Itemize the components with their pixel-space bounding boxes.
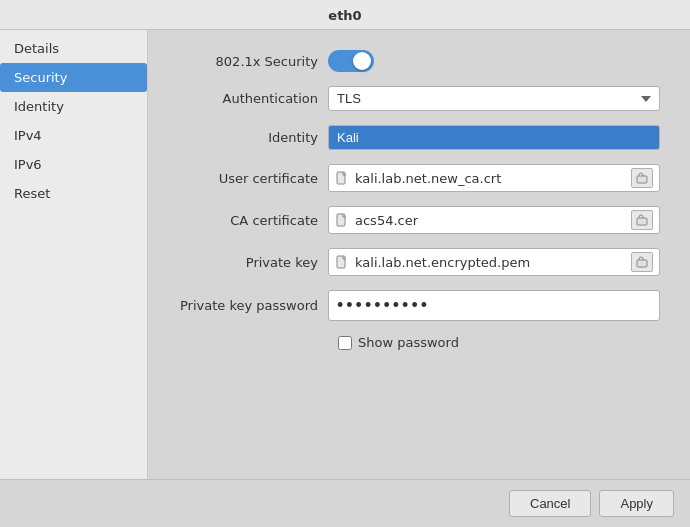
private-key-password-row: Private key password xyxy=(168,290,660,321)
private-key-filename: kali.lab.net.encrypted.pem xyxy=(355,255,627,270)
sidebar-item-reset[interactable]: Reset xyxy=(0,179,147,208)
window-title: eth0 xyxy=(0,0,690,30)
main-content: 802.1x Security Authentication TLS PEAP … xyxy=(148,30,690,479)
private-key-file-icon xyxy=(335,255,349,269)
private-key-password-wrapper xyxy=(328,290,660,321)
cancel-button[interactable]: Cancel xyxy=(509,490,591,517)
user-cert-field[interactable]: kali.lab.net.new_ca.crt xyxy=(328,164,660,192)
user-cert-row: User certificate kali.lab.net.new_ca.crt xyxy=(168,164,660,192)
dialog-footer: Cancel Apply xyxy=(0,479,690,527)
show-password-label[interactable]: Show password xyxy=(358,335,459,350)
private-key-row: Private key kali.lab.net.encrypted.pem xyxy=(168,248,660,276)
user-cert-filename: kali.lab.net.new_ca.crt xyxy=(355,171,627,186)
security-toggle[interactable] xyxy=(328,50,374,72)
svg-rect-1 xyxy=(637,176,647,183)
security-toggle-wrapper xyxy=(328,50,660,72)
authentication-row: Authentication TLS PEAP TTLS LEAP PWD FA… xyxy=(168,86,660,111)
sidebar-item-identity[interactable]: Identity xyxy=(0,92,147,121)
svg-rect-5 xyxy=(637,260,647,267)
authentication-select[interactable]: TLS PEAP TTLS LEAP PWD FAST xyxy=(328,86,660,111)
private-key-browse-btn[interactable] xyxy=(631,252,653,272)
identity-input[interactable] xyxy=(328,125,660,150)
toggle-knob xyxy=(353,52,371,70)
sidebar-item-ipv4[interactable]: IPv4 xyxy=(0,121,147,150)
sidebar-item-ipv6[interactable]: IPv6 xyxy=(0,150,147,179)
ca-cert-file-icon xyxy=(335,213,349,227)
identity-input-wrapper xyxy=(328,125,660,150)
private-key-wrapper: kali.lab.net.encrypted.pem xyxy=(328,248,660,276)
security-label: 802.1x Security xyxy=(168,54,328,69)
private-key-password-input[interactable] xyxy=(328,290,660,321)
apply-button[interactable]: Apply xyxy=(599,490,674,517)
ca-cert-browse-btn[interactable] xyxy=(631,210,653,230)
user-cert-browse-btn[interactable] xyxy=(631,168,653,188)
user-cert-file-icon xyxy=(335,171,349,185)
private-key-label: Private key xyxy=(168,255,328,270)
user-cert-label: User certificate xyxy=(168,171,328,186)
authentication-label: Authentication xyxy=(168,91,328,106)
ca-cert-field[interactable]: acs54.cer xyxy=(328,206,660,234)
sidebar: Details Security Identity IPv4 IPv6 Rese… xyxy=(0,30,148,479)
ca-cert-filename: acs54.cer xyxy=(355,213,627,228)
identity-label: Identity xyxy=(168,130,328,145)
private-key-password-label: Private key password xyxy=(168,298,328,313)
ca-cert-row: CA certificate acs54.cer xyxy=(168,206,660,234)
svg-rect-0 xyxy=(337,172,345,184)
authentication-select-wrapper: TLS PEAP TTLS LEAP PWD FAST xyxy=(328,86,660,111)
user-cert-wrapper: kali.lab.net.new_ca.crt xyxy=(328,164,660,192)
svg-rect-2 xyxy=(337,214,345,226)
security-toggle-row: 802.1x Security xyxy=(168,50,660,72)
identity-row: Identity xyxy=(168,125,660,150)
private-key-field[interactable]: kali.lab.net.encrypted.pem xyxy=(328,248,660,276)
ca-cert-label: CA certificate xyxy=(168,213,328,228)
show-password-checkbox[interactable] xyxy=(338,336,352,350)
sidebar-item-security[interactable]: Security xyxy=(0,63,147,92)
svg-rect-4 xyxy=(337,256,345,268)
svg-rect-3 xyxy=(637,218,647,225)
ca-cert-wrapper: acs54.cer xyxy=(328,206,660,234)
sidebar-item-details[interactable]: Details xyxy=(0,34,147,63)
show-password-row: Show password xyxy=(338,335,660,350)
